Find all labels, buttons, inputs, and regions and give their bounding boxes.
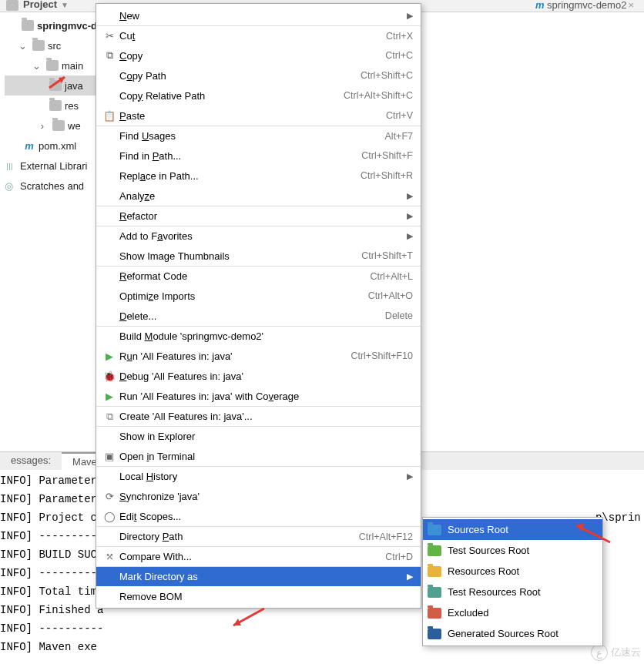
tree-item-webapp[interactable]: ›we: [5, 116, 100, 136]
tree-item-pom[interactable]: mpom.xml: [5, 136, 100, 156]
annotation-arrow: [227, 607, 266, 632]
ctx-add-favorites[interactable]: Add to Favorites▶: [96, 226, 421, 246]
ctx-replace-in-path[interactable]: Replace in Path...Ctrl+Shift+R: [96, 166, 421, 186]
ctx-open-terminal[interactable]: ▣Open in Terminal: [96, 446, 421, 466]
ctx-copy-relative-path[interactable]: Copy Relative PathCtrl+Alt+Shift+C: [96, 86, 421, 106]
ctx-optimize-imports[interactable]: Optimize ImportsCtrl+Alt+O: [96, 286, 421, 306]
chevron-right-icon: ▶: [407, 211, 413, 221]
ctx-analyze[interactable]: Analyze▶: [96, 186, 421, 206]
tree-external-libs[interactable]: ⫼External Librari: [5, 156, 100, 176]
coverage-icon: ▶: [99, 391, 119, 402]
ctx-build-module[interactable]: Build Module 'springmvc-demo2': [96, 326, 421, 346]
ctx-find-in-path[interactable]: Find in Path...Ctrl+Shift+F: [96, 146, 421, 166]
annotation-arrow: [570, 521, 612, 548]
scopes-icon: ◯: [99, 511, 119, 522]
folder-icon: [428, 629, 441, 639]
submenu-resources-root[interactable]: Resources Root: [423, 561, 602, 582]
copy-icon: ⧉: [99, 49, 119, 62]
ctx-compare-with[interactable]: ⤱Compare With...Ctrl+D: [96, 546, 421, 566]
maven-icon: m: [535, 0, 545, 11]
ctx-reformat[interactable]: Reformat CodeCtrl+Alt+L: [96, 266, 421, 286]
chevron-right-icon: ▶: [407, 471, 413, 481]
ctx-new[interactable]: New▶: [96, 5, 421, 25]
folder-icon: [428, 587, 441, 598]
tree-scratches[interactable]: ◎Scratches and: [5, 176, 100, 196]
chevron-right-icon: ▶: [407, 11, 413, 21]
compare-icon: ⤱: [99, 551, 119, 562]
ctx-copy[interactable]: ⧉CopyCtrl+C: [96, 45, 421, 65]
close-icon[interactable]: ×: [628, 0, 634, 11]
ctx-show-explorer[interactable]: Show in Explorer: [96, 426, 421, 446]
scratch-icon: ◎: [5, 180, 17, 192]
folder-icon: [6, 0, 18, 11]
dropdown-icon[interactable]: ▼: [61, 1, 69, 9]
run-icon: ▶: [99, 350, 119, 362]
folder-icon: [52, 120, 65, 131]
ctx-copy-path[interactable]: Copy PathCtrl+Shift+C: [96, 65, 421, 86]
paste-icon: 📋: [99, 110, 119, 122]
context-menu: New▶ ✂CutCtrl+X ⧉CopyCtrl+C Copy PathCtr…: [96, 3, 421, 609]
tree-item-main[interactable]: ⌄main: [5, 55, 100, 75]
folder-icon: [32, 40, 45, 51]
folder-icon: [49, 100, 62, 111]
ctx-find-usages[interactable]: Find UsagesAlt+F7: [96, 126, 421, 146]
ctx-refactor[interactable]: Refactor▶: [96, 206, 421, 226]
ctx-show-thumbnails[interactable]: Show Image ThumbnailsCtrl+Shift+T: [96, 246, 421, 266]
svg-marker-2: [576, 523, 584, 532]
folder-icon: [428, 566, 441, 577]
project-tool-label[interactable]: Project▼: [6, 0, 69, 11]
submenu-test-resources-root[interactable]: Test Resources Root: [423, 582, 602, 602]
folder-icon: [46, 60, 59, 71]
tree-item-src[interactable]: ⌄src: [5, 35, 100, 55]
ctx-local-history[interactable]: Local History▶: [96, 466, 421, 486]
config-icon: ⧉: [99, 411, 119, 423]
library-icon: ⫼: [5, 160, 17, 172]
submenu-generated-sources-root[interactable]: Generated Sources Root: [423, 623, 602, 644]
submenu-excluded[interactable]: Excluded: [423, 602, 602, 623]
ctx-create-config[interactable]: ⧉Create 'All Features in: java'...: [96, 406, 421, 426]
tree-item-resources[interactable]: res: [5, 96, 100, 116]
terminal-icon: ▣: [99, 451, 119, 462]
expand-icon[interactable]: ⌄: [15, 40, 29, 52]
ctx-synchronize[interactable]: ⟳Synchronize 'java': [96, 486, 421, 506]
ctx-coverage[interactable]: ▶Run 'All Features in: java' with Covera…: [96, 386, 421, 406]
ctx-directory-path[interactable]: Directory PathCtrl+Alt+F12: [96, 526, 421, 546]
ctx-mark-directory-as[interactable]: Mark Directory as▶: [96, 566, 421, 586]
collapse-icon[interactable]: ›: [35, 120, 49, 132]
ctx-delete[interactable]: Delete...Delete: [96, 306, 421, 326]
ctx-edit-scopes[interactable]: ◯Edit Scopes...: [96, 506, 421, 526]
folder-icon: [428, 545, 441, 556]
chevron-right-icon: ▶: [407, 191, 413, 201]
ctx-remove-bom[interactable]: Remove BOM: [96, 586, 421, 606]
debug-icon: 🐞: [99, 371, 119, 382]
watermark: ع亿速云: [591, 644, 641, 661]
annotation-arrow: [48, 74, 71, 92]
chevron-right-icon: ▶: [407, 231, 413, 241]
sync-icon: ⟳: [99, 491, 119, 502]
cut-icon: ✂: [99, 30, 119, 42]
ctx-paste[interactable]: 📋PasteCtrl+V: [96, 106, 421, 126]
console-tab-messages[interactable]: essages:: [0, 452, 62, 470]
folder-icon: [22, 20, 34, 31]
tree-root[interactable]: springmvc-d: [5, 15, 100, 35]
folder-icon: [428, 525, 441, 535]
ctx-cut[interactable]: ✂CutCtrl+X: [96, 25, 421, 45]
expand-icon[interactable]: ⌄: [29, 60, 43, 72]
maven-icon: m: [23, 140, 35, 152]
folder-icon: [428, 608, 441, 619]
chevron-right-icon: ▶: [407, 572, 413, 582]
ctx-run[interactable]: ▶Run 'All Features in: java'Ctrl+Shift+F…: [96, 346, 421, 366]
ctx-debug[interactable]: 🐞Debug 'All Features in: java': [96, 366, 421, 386]
editor-tab[interactable]: m springmvc-demo2×: [532, 0, 638, 11]
